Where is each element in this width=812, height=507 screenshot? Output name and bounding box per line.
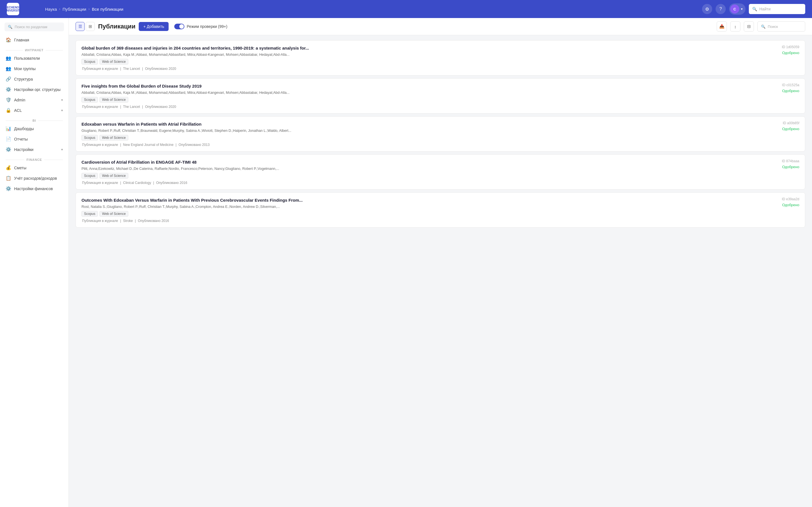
pub-year: Опубликовано 2020 (145, 67, 176, 71)
search-icon: 🔍 (761, 24, 765, 29)
breadcrumb-sep-1: › (59, 7, 60, 11)
sidebar-section-finance: FINANCE (0, 155, 68, 163)
publication-card: Global burden of 369 diseases and injuri… (75, 40, 805, 75)
pub-authors: Plitt, Anna;Ezekowitz, Michael D.;De Cat… (82, 167, 761, 171)
pub-title-link[interactable]: Five insights from the Global Burden of … (82, 83, 761, 89)
sidebar-item-reports[interactable]: 📄 Отчеты (0, 134, 68, 144)
pub-separator2: | (153, 181, 155, 185)
user-avatar-btn[interactable]: С ▾ (729, 3, 746, 15)
sidebar-item-settings[interactable]: ⚙️ Настройки ▾ (0, 144, 68, 155)
pub-tags: ScopusWeb of Science (82, 135, 761, 140)
pub-tag: Scopus (82, 135, 98, 140)
pub-title-link[interactable]: Outcomes With Edoxaban Versus Warfarin i… (82, 197, 761, 203)
sort-btn[interactable]: ↕ (730, 21, 741, 32)
sidebar-item-structure[interactable]: 🔗 Структура (0, 74, 68, 84)
filter-btn[interactable]: ⊟ (744, 21, 754, 32)
pub-tag: Scopus (82, 97, 98, 103)
sidebar-item-finance-settings[interactable]: ⚙️ Настройки финансов (0, 183, 68, 194)
pub-card-right: ID c01525a Одобрено (765, 83, 799, 109)
pub-journal: The Lancet (123, 67, 140, 71)
dashboard-icon: 📊 (6, 126, 11, 131)
chevron-down-icon: ▾ (61, 108, 63, 112)
publications-search-input[interactable] (768, 24, 802, 29)
main-content: ☰ ⊞ Публикации + Добавить Режим проверки… (69, 18, 812, 507)
reports-icon: 📄 (6, 136, 11, 142)
pub-tags: ScopusWeb of Science (82, 211, 761, 217)
sidebar-search-box[interactable]: 🔍 (4, 22, 64, 31)
sidebar-item-home[interactable]: 🏠 Главная (0, 35, 68, 45)
sidebar-item-groups-label: Мои группы (14, 66, 63, 71)
pub-year: Опубликовано 2013 (179, 143, 209, 147)
sidebar-item-reports-label: Отчеты (14, 137, 63, 142)
sidebar-item-acl[interactable]: 🔒 ACL ▾ (0, 105, 68, 115)
pub-journal: Clinical Cardiology (123, 181, 151, 185)
view-toggle: ☰ ⊞ (75, 22, 95, 31)
search-icon: 🔍 (752, 7, 757, 11)
pub-title-link[interactable]: Cardioversion of Atrial Fibrillation in … (82, 159, 761, 165)
sidebar-item-structure-label: Структура (14, 77, 63, 81)
breadcrumb-all-publications[interactable]: Все публикации (92, 7, 123, 11)
check-mode-switch[interactable] (174, 24, 185, 29)
pub-separator: | (120, 219, 122, 223)
settings-icon-btn[interactable]: ⚙ (702, 4, 712, 14)
pub-card-body: Cardioversion of Atrial Fibrillation in … (82, 159, 761, 185)
breadcrumb: Наука › Публикации › Все публикации (45, 7, 123, 11)
sidebar-item-admin-label: Admin (14, 98, 58, 102)
pub-separator2: | (135, 219, 137, 223)
add-publication-button[interactable]: + Добавить (139, 22, 168, 31)
sidebar-item-admin[interactable]: 🛡️ Admin ▾ (0, 95, 68, 105)
pub-id: ID 1d05059 (782, 45, 799, 49)
pub-meta: Публикация в журнале | Stroke | Опублико… (82, 219, 761, 223)
sidebar-item-home-label: Главная (14, 38, 63, 42)
pub-authors: Giugliano, Robert P.;Ruff, Christian T.;… (82, 129, 761, 133)
publication-card: Cardioversion of Atrial Fibrillation in … (75, 154, 805, 189)
top-nav-actions: ⚙ ? С ▾ 🔍 (702, 3, 805, 15)
check-mode-toggle: Режим проверки (99+) (174, 24, 227, 29)
pub-tag: Web of Science (100, 135, 128, 140)
pub-separator: | (120, 67, 122, 71)
grid-view-btn[interactable]: ⊞ (86, 22, 95, 31)
pub-separator2: | (175, 143, 177, 147)
pub-separator2: | (142, 105, 144, 109)
sidebar-item-estimates[interactable]: 💰 Сметы (0, 163, 68, 173)
status-badge: Одобрено (782, 89, 799, 93)
pub-title-link[interactable]: Global burden of 369 diseases and injuri… (82, 45, 761, 51)
pub-id: ID e39aa2d (782, 197, 799, 201)
breadcrumb-nauka[interactable]: Наука (45, 7, 57, 11)
list-view-btn[interactable]: ☰ (75, 22, 85, 31)
pub-tags: ScopusWeb of Science (82, 97, 761, 103)
publication-card: Five insights from the Global Burden of … (75, 78, 805, 114)
sidebar-item-users[interactable]: 👥 Пользователи (0, 53, 68, 63)
breadcrumb-publications[interactable]: Публикации (63, 7, 86, 11)
accounting-icon: 📋 (6, 175, 11, 181)
sidebar-search-input[interactable] (15, 25, 61, 29)
sidebar-item-my-groups[interactable]: 👥 Мои группы (0, 63, 68, 74)
pub-separator: | (120, 181, 122, 185)
sidebar-item-org-settings-label: Настройки орг. структуры (14, 87, 63, 92)
sidebar-section-bi: BI (0, 115, 68, 123)
pub-type: Публикация в журнале (82, 181, 118, 185)
sidebar-item-accounting[interactable]: 📋 Учёт расходов/доходов (0, 173, 68, 183)
sidebar-item-org-settings[interactable]: ⚙️ Настройки орг. структуры (0, 84, 68, 95)
chevron-down-icon: ▾ (61, 148, 63, 152)
pub-year: Опубликовано 2020 (145, 105, 176, 109)
pub-title-link[interactable]: Edoxaban versus Warfarin in Patients wit… (82, 121, 761, 127)
pub-card-body: Edoxaban versus Warfarin in Patients wit… (82, 121, 761, 147)
finance-settings-icon: ⚙️ (6, 186, 11, 191)
pub-authors: Abbafati, Cristiana;Abbas, Kaja M.;Abbas… (82, 53, 761, 57)
pub-tags: ScopusWeb of Science (82, 59, 761, 64)
sidebar-item-dashboards[interactable]: 📊 Дашборды (0, 123, 68, 134)
status-badge: Одобрено (782, 127, 799, 131)
pub-tags: ScopusWeb of Science (82, 173, 761, 179)
global-search-bar[interactable]: 🔍 (749, 4, 805, 14)
global-search-input[interactable] (759, 7, 799, 11)
export-btn[interactable]: 📥 (717, 21, 727, 32)
status-badge: Одобрено (782, 165, 799, 169)
breadcrumb-sep-2: › (89, 7, 90, 11)
pub-card-body: Five insights from the Global Burden of … (82, 83, 761, 109)
help-icon-btn[interactable]: ? (716, 4, 726, 14)
publications-search-bar[interactable]: 🔍 (757, 21, 805, 32)
page-title: Публикации (98, 23, 135, 30)
check-mode-label: Режим проверки (99+) (187, 24, 227, 29)
pub-tag: Web of Science (100, 97, 128, 103)
